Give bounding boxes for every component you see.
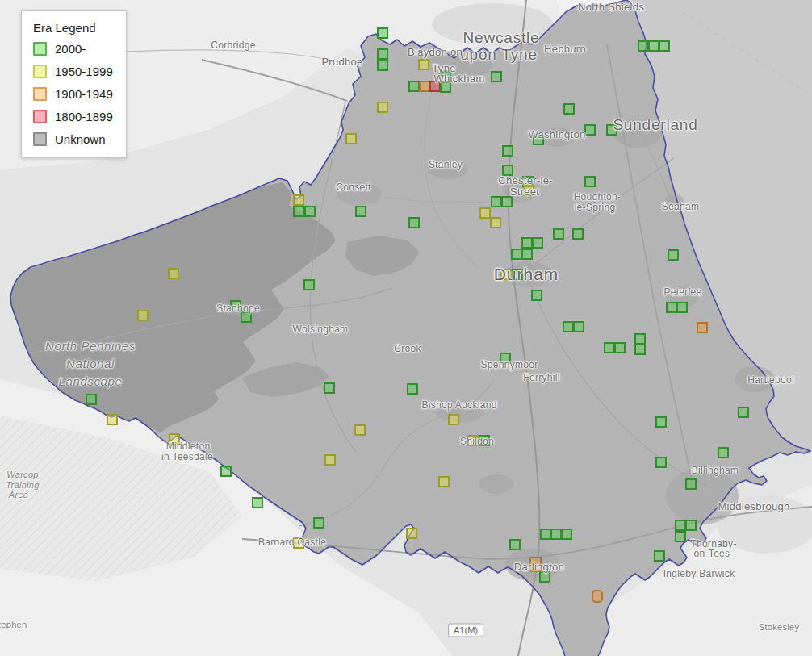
era-marker-1950[interactable] [377,102,388,113]
legend-label-1800: 1800-1899 [55,111,113,123]
era-marker-2000[interactable] [220,466,232,477]
era-marker-2000[interactable] [440,71,451,82]
era-marker-1950[interactable] [490,217,501,228]
era-marker-2000[interactable] [501,196,513,207]
era-marker-1800[interactable] [429,81,441,92]
legend-item-1950: 1950-1999 [33,65,113,78]
era-marker-2000[interactable] [532,237,543,249]
era-marker-1950[interactable] [137,310,149,321]
legend-item-2000: 2000- [33,42,113,56]
era-marker-2000[interactable] [572,228,584,240]
era-marker-2000[interactable] [718,447,729,458]
era-marker-2000[interactable] [573,321,584,332]
era-marker-2000[interactable] [241,311,252,323]
era-marker-1950[interactable] [406,528,417,539]
era-marker-2000[interactable] [252,497,263,508]
era-marker-1900[interactable] [419,81,430,92]
era-marker-2000[interactable] [614,342,626,353]
era-marker-1900[interactable] [697,322,708,333]
era-marker-1950[interactable] [293,537,304,549]
era-marker-2000[interactable] [655,416,667,428]
era-marker-2000[interactable] [377,27,388,39]
era-marker-2000[interactable] [533,134,544,145]
legend-label-unknown: Unknown [55,133,106,145]
era-marker-2000[interactable] [561,529,572,540]
era-marker-2000[interactable] [676,302,688,313]
legend-swatch-1900 [33,87,47,101]
era-marker-1950[interactable] [168,268,179,279]
era-marker-2000[interactable] [304,206,316,217]
era-marker-2000[interactable] [659,40,670,52]
era-marker-2000[interactable] [584,176,596,187]
era-marker-2000[interactable] [634,344,646,355]
era-marker-1950[interactable] [345,133,357,144]
era-marker-2000[interactable] [491,196,502,207]
era-marker-2000[interactable] [521,249,533,260]
era-marker-2000[interactable] [604,342,615,353]
era-marker-2000[interactable] [500,353,511,364]
era-marker-1950[interactable] [479,207,491,219]
era-marker-2000[interactable] [377,60,388,71]
era-marker-2000[interactable] [563,321,574,332]
era-marker-2000[interactable] [539,571,550,583]
era-marker-1950[interactable] [293,194,304,206]
era-marker-2000[interactable] [563,103,575,115]
era-marker-2000[interactable] [377,48,388,60]
era-marker-1950[interactable] [523,185,534,196]
era-marker-1950[interactable] [467,435,479,446]
era-marker-2000[interactable] [303,279,315,290]
era-marker-2000[interactable] [408,81,420,92]
era-marker-2000[interactable] [293,206,304,217]
era-marker-1950[interactable] [438,476,450,487]
era-marker-2000[interactable] [324,382,335,394]
era-marker-2000[interactable] [553,228,564,240]
era-marker-2000[interactable] [685,520,697,531]
era-marker-2000[interactable] [668,249,679,261]
era-marker-2000[interactable] [550,529,562,540]
era-marker-2000[interactable] [540,529,551,540]
era-marker-2000[interactable] [479,435,490,446]
era-marker-2000[interactable] [738,407,749,418]
era-marker-2000[interactable] [502,165,513,176]
era-marker-2000[interactable] [440,81,451,93]
era-marker-2000[interactable] [491,71,502,82]
era-marker-2000[interactable] [655,457,667,468]
era-marker-2000[interactable] [584,124,596,136]
legend-swatch-1800 [33,110,47,123]
legend-swatch-1950 [33,65,47,78]
era-marker-2000[interactable] [355,206,366,217]
era-marker-2000[interactable] [230,300,241,311]
era-marker-1900[interactable] [529,557,542,572]
era-marker-1950[interactable] [107,414,118,425]
era-marker-1900[interactable] [592,590,603,603]
era-marker-2000[interactable] [675,520,686,531]
era-marker-2000[interactable] [531,290,542,301]
era-marker-2000[interactable] [606,124,617,136]
era-marker-2000[interactable] [313,517,324,529]
era-marker-1950[interactable] [500,269,512,280]
era-marker-2000[interactable] [638,40,649,52]
era-marker-1950[interactable] [354,424,366,436]
era-marker-2000[interactable] [648,40,659,52]
urban-patch [432,3,553,45]
era-marker-2000[interactable] [634,333,646,345]
era-marker-1950[interactable] [418,59,429,70]
era-marker-2000[interactable] [511,249,522,260]
era-marker-1950[interactable] [448,414,459,425]
era-marker-2000[interactable] [521,237,533,249]
map-stage[interactable]: Newcastleupon TyneSunderlandDurhamNorth … [0,0,812,656]
era-marker-2000[interactable] [408,217,420,228]
era-marker-2000[interactable] [675,531,686,542]
era-marker-2000[interactable] [685,478,697,490]
era-marker-2000[interactable] [407,383,418,395]
legend-item-1900: 1900-1949 [33,87,113,101]
legend-swatch-2000 [33,42,47,56]
era-marker-2000[interactable] [666,302,677,313]
era-marker-2000[interactable] [654,550,665,562]
era-marker-2000[interactable] [502,145,513,157]
era-marker-2000[interactable] [86,394,97,405]
era-marker-1950[interactable] [324,454,336,466]
era-marker-2000[interactable] [509,539,521,550]
era-marker-1950[interactable] [169,433,180,445]
era-marker-2000[interactable] [512,269,523,280]
